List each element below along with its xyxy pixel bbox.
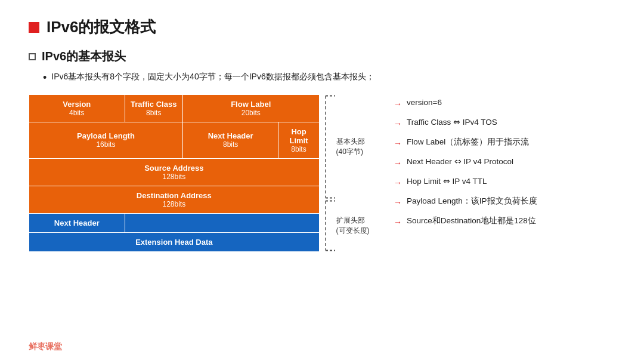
right-panel: → version=6 → Traffic Class ⇔ IPv4 TOS →… <box>394 94 615 252</box>
footer-text: 鲜枣课堂 <box>29 342 62 351</box>
info-item-6: → Payload Length：该IP报文负荷长度 <box>394 195 615 209</box>
info-text-1: version=6 <box>407 97 442 109</box>
info-text-6: Payload Length：该IP报文负荷长度 <box>407 195 537 207</box>
section-title: IPv6的基本报头 <box>42 48 126 64</box>
arrow-icon-6: → <box>394 196 402 209</box>
cell-empty <box>125 213 319 232</box>
bullet-icon: • <box>43 72 47 85</box>
info-item-1: → version=6 <box>394 97 615 110</box>
info-item-2: → Traffic Class ⇔ IPv4 TOS <box>394 116 615 130</box>
footer: 鲜枣课堂 <box>29 342 62 352</box>
section-icon <box>29 53 36 60</box>
row-3: Source Address 128bits <box>29 158 320 186</box>
arrow-icon-2: → <box>394 118 402 130</box>
info-item-3: → Flow Label（流标签）用于指示流 <box>394 136 615 150</box>
arrow-icon-3: → <box>394 137 402 150</box>
info-text-7: Source和Destination地址都是128位 <box>407 215 536 227</box>
cell-source-address: Source Address 128bits <box>29 158 320 186</box>
bullet-text: IPv6基本报头有8个字段，固定大小为40字节；每一个IPv6数据报都必须包含基… <box>51 72 374 82</box>
basic-header-label: 基本头部 (40字节) <box>336 137 365 157</box>
cell-version: Version 4bits <box>29 94 125 122</box>
title-bar: IPv6的报文格式 <box>29 17 615 38</box>
row-2: Payload Length 16bits Next Header 8bits … <box>29 122 320 158</box>
row-5: Next Header <box>29 213 320 232</box>
basic-header-label-line2: (40字节) <box>336 147 363 156</box>
cell-payload-length: Payload Length 16bits <box>29 122 183 158</box>
info-text-4: Next Header ⇔ IP v4 Protocol <box>407 156 513 168</box>
cell-destination-address: Destination Address 128bits <box>29 186 320 213</box>
row-6: Extension Head Data <box>29 232 320 251</box>
cell-flow-label: Flow Label 20bits <box>182 94 319 122</box>
basic-header-bracket: 基本头部 (40字节) <box>324 94 374 199</box>
ext-header-label-line1: 扩展头部 <box>336 216 365 224</box>
page-title: IPv6的报文格式 <box>47 17 156 38</box>
diagram: Version 4bits Traffic Class 8bits Flow L… <box>29 94 374 252</box>
bullet-line: • IPv6基本报头有8个字段，固定大小为40字节；每一个IPv6数据报都必须包… <box>43 72 615 85</box>
row-4: Destination Address 128bits <box>29 186 320 213</box>
info-text-5: Hop Limit ⇔ IP v4 TTL <box>407 176 487 187</box>
info-item-5: → Hop Limit ⇔ IP v4 TTL <box>394 176 615 189</box>
info-item-7: → Source和Destination地址都是128位 <box>394 215 615 229</box>
ext-bracket-svg <box>324 199 336 252</box>
info-item-4: → Next Header ⇔ IP v4 Protocol <box>394 156 615 170</box>
cell-hop-limit: Hop Limit 8bits <box>278 122 319 158</box>
arrow-icon-5: → <box>394 177 402 189</box>
content-area: Version 4bits Traffic Class 8bits Flow L… <box>29 94 615 252</box>
basic-bracket-svg <box>324 94 336 199</box>
table-and-bracket: Version 4bits Traffic Class 8bits Flow L… <box>29 94 374 252</box>
packet-diagram: Version 4bits Traffic Class 8bits Flow L… <box>29 94 320 252</box>
arrow-icon-1: → <box>394 98 402 110</box>
ext-header-label: 扩展头部 (可变长度) <box>336 216 370 236</box>
basic-header-label-line1: 基本头部 <box>336 137 365 146</box>
cell-next-header-1: Next Header 8bits <box>182 122 278 158</box>
info-text-2: Traffic Class ⇔ IPv4 TOS <box>407 116 497 128</box>
arrow-icon-7: → <box>394 216 402 229</box>
section-heading: IPv6的基本报头 <box>29 48 615 64</box>
ext-header-bracket: 扩展头部 (可变长度) <box>324 199 374 252</box>
ext-header-label-line2: (可变长度) <box>336 226 370 235</box>
page: IPv6的报文格式 IPv6的基本报头 • IPv6基本报头有8个字段，固定大小… <box>0 0 644 363</box>
cell-next-header-2: Next Header <box>29 213 125 232</box>
bracket-container: 基本头部 (40字节) 扩展头部 (可变长度) <box>324 94 374 252</box>
row-1: Version 4bits Traffic Class 8bits Flow L… <box>29 94 320 122</box>
cell-traffic-class: Traffic Class 8bits <box>125 94 182 122</box>
title-icon <box>29 22 39 33</box>
cell-extension-head-data: Extension Head Data <box>29 232 320 251</box>
info-text-3: Flow Label（流标签）用于指示流 <box>407 136 529 148</box>
arrow-icon-4: → <box>394 157 402 170</box>
